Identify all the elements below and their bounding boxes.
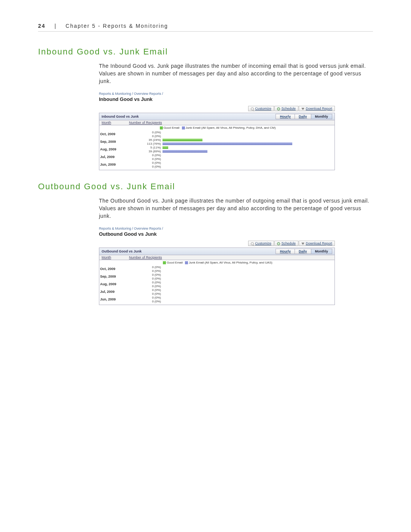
good-value: 0 (0%) [127,273,162,276]
junk-value: 0 (0%) [127,134,162,138]
outbound-chart: Oct, 20090 (0%)0 (0%)Sep, 20090 (0%)0 (0… [99,265,335,305]
outbound-report-title: Outbound Good vs Junk [99,231,335,237]
customize-button[interactable]: Customize [248,106,274,111]
junk-value: 0 (0%) [127,300,162,303]
col-month[interactable]: Month [99,255,128,260]
customize-button[interactable]: Customize [248,241,274,246]
table-row: Oct, 20090 (0%)0 (0%) [99,130,335,138]
junk-value: 0 (0%) [127,269,162,273]
table-row: Jul, 20090 (0%)0 (0%) [99,153,335,161]
good-value: 0 (0%) [127,281,162,284]
legend-junk-label: Junk Email (All Spam, All Virus, All Phi… [186,126,276,129]
junk-value: 0 (0%) [127,284,162,288]
download-button[interactable]: Download Report [299,106,335,111]
tab-hourly[interactable]: Hourly [276,249,295,254]
tab-daily[interactable]: Daily [295,249,311,254]
good-value: 0 (0%) [127,153,162,157]
clock-icon [277,107,280,110]
outbound-report: Reports & Monitoring / Overview Reports … [99,227,335,305]
month-label: Aug, 2009 [99,282,127,286]
table-row: Aug, 20095 (11%)39 (89%) [99,145,335,153]
inbound-report: Reports & Monitoring / Overview Reports … [99,92,335,170]
month-label: Jul, 2009 [99,290,127,294]
chart-legend: Good Email Junk Email (All Spam, All Vir… [99,260,335,265]
legend-junk-swatch [182,126,185,129]
month-label: Jun, 2009 [99,163,127,166]
header-sep: | [54,23,57,29]
tab-hourly[interactable]: Hourly [276,114,295,119]
junk-value: 0 (0%) [127,157,162,161]
junk-value: 0 (0%) [127,165,162,168]
month-label: Oct, 2009 [99,267,127,271]
schedule-label: Schedule [281,241,296,245]
legend-good-label: Good Email [167,261,183,264]
month-label: Oct, 2009 [99,132,127,136]
month-label: Sep, 2009 [99,140,127,144]
month-label: Jun, 2009 [99,297,127,301]
page-header: 24 | Chapter 5 - Reports & Monitoring [38,23,373,32]
legend-good-swatch [160,126,163,129]
table-row: Sep, 20090 (0%)0 (0%) [99,273,335,280]
page-number: 24 [38,23,46,29]
tab-monthly[interactable]: Monthly [311,249,333,254]
table-row: Sep, 200935 (24%)113 (76%) [99,138,335,145]
legend-junk-label: Junk Email (All Spam, All Virus, All Phi… [189,261,272,264]
outbound-paragraph: The Outbound Good vs. Junk page illustra… [99,197,373,220]
download-button[interactable]: Download Report [299,241,335,246]
chapter-title: Chapter 5 - Reports & Monitoring [65,23,168,29]
breadcrumb[interactable]: Reports & Monitoring / Overview Reports … [99,227,335,230]
month-label: Jul, 2009 [99,155,127,159]
schedule-label: Schedule [281,107,296,110]
good-value: 0 (0%) [127,131,162,134]
breadcrumb[interactable]: Reports & Monitoring / Overview Reports … [99,92,335,96]
good-value: 0 (0%) [127,161,162,165]
good-value: 0 (0%) [127,288,162,292]
col-num[interactable]: Number of Recipients [128,255,335,260]
table-row: Aug, 20090 (0%)0 (0%) [99,280,335,288]
outbound-heading: Outbound Good vs. Junk Email [38,182,373,192]
tab-daily[interactable]: Daily [295,114,311,119]
inbound-report-title: Inbound Good vs Junk [99,96,335,102]
magnify-icon [251,107,254,110]
customize-label: Customize [255,241,271,245]
table-row: Jun, 20090 (0%)0 (0%) [99,296,335,303]
schedule-button[interactable]: Schedule [274,241,298,246]
month-label: Sep, 2009 [99,275,127,278]
download-icon [301,243,304,245]
panel-title: Inbound Good vs Junk [102,115,139,118]
clock-icon [277,242,280,245]
download-label: Download Report [306,107,332,110]
junk-value: 0 (0%) [127,277,162,280]
customize-label: Customize [255,107,271,110]
inbound-paragraph: The Inbound Good vs. Junk page illustrat… [99,62,373,85]
junk-value: 113 (76%) [127,142,162,145]
col-num[interactable]: Number of Recipients [128,120,335,125]
table-row: Jul, 20090 (0%)0 (0%) [99,288,335,296]
legend-good-label: Good Email [164,126,180,129]
panel-title: Outbound Good vs Junk [102,249,142,253]
inbound-chart: Oct, 20090 (0%)0 (0%)Sep, 200935 (24%)11… [99,130,335,170]
legend-junk-swatch [185,261,188,264]
good-value: 35 (24%) [127,138,162,142]
legend-good-swatch [163,261,166,264]
download-label: Download Report [306,241,332,245]
good-value: 0 (0%) [127,296,162,299]
col-month[interactable]: Month [99,120,128,125]
junk-value: 39 (89%) [127,150,162,153]
tab-monthly[interactable]: Monthly [311,114,333,119]
month-label: Aug, 2009 [99,147,127,151]
magnify-icon [251,242,254,245]
good-value: 5 (11%) [127,146,162,149]
inbound-heading: Inbound Good vs. Junk Email [38,47,373,57]
table-row: Jun, 20090 (0%)0 (0%) [99,161,335,168]
download-icon [301,108,304,110]
schedule-button[interactable]: Schedule [274,106,298,111]
good-value: 0 (0%) [127,265,162,269]
table-row: Oct, 20090 (0%)0 (0%) [99,265,335,273]
junk-value: 0 (0%) [127,292,162,296]
chart-legend: Good Email Junk Email (All Spam, All Vir… [99,125,335,130]
